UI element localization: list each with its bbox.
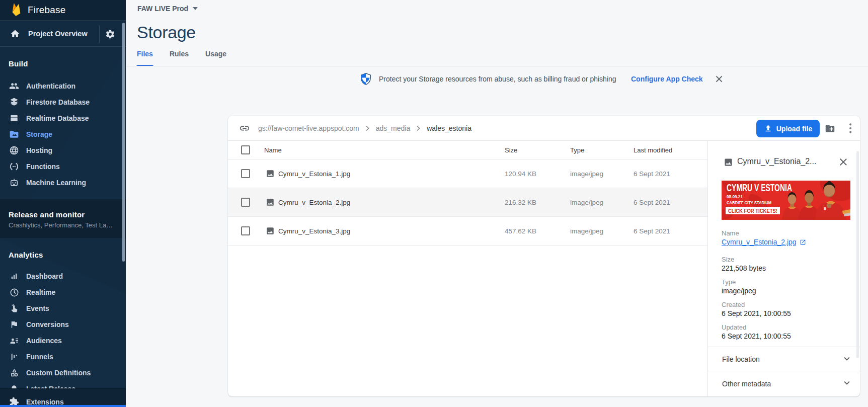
link-icon[interactable]	[239, 123, 250, 134]
file-size: 216.32 KB	[505, 188, 536, 217]
functions-icon	[9, 161, 19, 172]
breadcrumb: gs://faw-comet-live.appspot.com ads_medi…	[258, 124, 471, 132]
sidebar-item-label: Hosting	[26, 146, 52, 154]
sidebar-item-firestore[interactable]: Firestore Database	[0, 94, 125, 110]
brand-name: Firebase	[28, 5, 66, 16]
open-in-new-icon	[800, 239, 806, 246]
section-title-release-monitor[interactable]: Release and monitor	[9, 210, 85, 219]
firebase-brand[interactable]: Firebase	[0, 0, 126, 21]
details-scrollbar[interactable]	[856, 151, 859, 358]
breadcrumb-folder[interactable]: ads_media	[376, 124, 411, 132]
chevron-down-icon	[193, 7, 198, 10]
field-updated: Updated 6 Sept 2021, 10:00:55	[722, 323, 847, 341]
sidebar-item-dashboard[interactable]: Dashboard	[0, 268, 125, 284]
sidebar-item-label: Functions	[26, 162, 60, 171]
shield-icon	[361, 73, 371, 85]
project-overview-label: Project Overview	[28, 30, 88, 38]
table-row-selected[interactable]: Cymru_v_Estonia_2.jpg 216.32 KB image/jp…	[228, 188, 707, 217]
project-selector[interactable]: FAW LIVE Prod	[137, 5, 198, 13]
tab-bar: Files Rules Usage	[137, 50, 226, 66]
bell-icon	[9, 384, 19, 388]
sidebar-item-functions[interactable]: Functions	[0, 158, 125, 175]
svg-text:CARDIFF CITY STADIUM: CARDIFF CITY STADIUM	[727, 200, 771, 205]
file-name: Cymru_v_Estonia_1.jpg	[278, 159, 350, 188]
row-checkbox[interactable]	[241, 226, 250, 235]
sidebar-item-realtime[interactable]: Realtime	[0, 284, 125, 300]
svg-text:CLICK FOR TICKETS!: CLICK FOR TICKETS!	[728, 208, 777, 214]
tab-usage[interactable]: Usage	[205, 50, 226, 66]
tab-rules[interactable]: Rules	[170, 50, 189, 66]
file-name-link[interactable]: Cymru_v_Estonia_2.jpg	[722, 238, 797, 246]
file-type: image/jpeg	[570, 159, 603, 188]
banner-message: Protect your Storage resources from abus…	[379, 71, 616, 87]
file-location-expander[interactable]: File location	[708, 347, 860, 371]
sidebar-item-events[interactable]: Events	[0, 300, 125, 316]
file-name: Cymru_v_Estonia_2.jpg	[278, 188, 350, 217]
image-file-icon	[724, 157, 733, 167]
section-title-analytics: Analytics	[9, 251, 43, 259]
row-checkbox[interactable]	[241, 198, 250, 207]
chevron-down-icon	[844, 357, 850, 361]
bucket-toolbar: gs://faw-comet-live.appspot.com ads_medi…	[228, 116, 860, 141]
details-fields: Name Cymru_v_Estonia_2.jpg Size 221,508 …	[722, 229, 847, 346]
shapes-icon	[9, 368, 19, 378]
clock-icon	[9, 287, 19, 297]
sidebar-item-audiences[interactable]: Audiences	[0, 333, 125, 349]
file-preview-image[interactable]: CYMRU V ESTONIA 08.09.21 CARDIFF CITY ST…	[722, 181, 850, 220]
file-size: 120.94 KB	[505, 159, 536, 188]
sidebar-item-label: Events	[26, 304, 49, 312]
gear-icon[interactable]	[105, 29, 115, 39]
image-file-icon	[266, 169, 275, 178]
field-type: Type image/jpeg	[722, 278, 847, 296]
upload-file-button[interactable]: Upload file	[756, 120, 820, 137]
table-row[interactable]: Cymru_v_Estonia_1.jpg 120.94 KB image/jp…	[228, 159, 707, 188]
sidebar-item-extensions[interactable]: Extensions	[0, 388, 126, 407]
details-close-icon[interactable]	[839, 157, 848, 167]
app-check-banner: Protect your Storage resources from abus…	[0, 71, 868, 87]
tab-files[interactable]: Files	[137, 50, 153, 66]
sidebar-scrollbar[interactable]	[122, 23, 125, 262]
files-table: Name Size Type Last modified Cymru_v_Est…	[228, 141, 707, 396]
sidebar-item-label: Machine Learning	[26, 179, 86, 187]
table-header-row: Name Size Type Last modified	[228, 141, 707, 159]
sidebar-item-storage[interactable]: Storage	[0, 126, 125, 142]
audience-icon	[9, 336, 19, 346]
column-header-size[interactable]: Size	[505, 141, 517, 159]
configure-app-check-link[interactable]: Configure App Check	[631, 71, 703, 87]
select-all-checkbox[interactable]	[241, 145, 250, 154]
create-folder-icon[interactable]	[825, 123, 835, 134]
sidebar-bottom-accent	[0, 405, 126, 407]
file-type: image/jpeg	[570, 188, 603, 217]
sidebar-item-conversions[interactable]: Conversions	[0, 316, 125, 333]
touch-icon	[9, 303, 19, 313]
column-header-type[interactable]: Type	[570, 141, 584, 159]
chevron-down-icon	[844, 381, 850, 385]
row-checkbox[interactable]	[241, 169, 250, 178]
file-details-panel: Cymru_v_Estonia_2...	[707, 141, 860, 396]
firestore-icon	[9, 97, 19, 107]
globe-icon	[9, 145, 19, 155]
sidebar-item-label: Realtime	[26, 288, 55, 296]
home-icon	[10, 29, 20, 39]
column-header-name[interactable]: Name	[264, 141, 282, 159]
svg-text:CYMRU V ESTONIA: CYMRU V ESTONIA	[727, 182, 792, 193]
sidebar-item-custom-definitions[interactable]: Custom Definitions	[0, 365, 125, 381]
sidebar-item-machine-learning[interactable]: Machine Learning	[0, 175, 125, 191]
column-header-modified[interactable]: Last modified	[634, 141, 672, 159]
sidebar-item-label: Funnels	[26, 353, 53, 361]
storage-folder-icon	[9, 129, 19, 139]
sidebar-item-hosting[interactable]: Hosting	[0, 142, 125, 158]
sidebar-item-funnels[interactable]: Funnels	[0, 349, 125, 365]
chevron-right-icon	[365, 125, 370, 131]
banner-close-icon[interactable]	[715, 75, 723, 83]
breadcrumb-bucket[interactable]: gs://faw-comet-live.appspot.com	[258, 124, 359, 132]
table-row[interactable]: Cymru_v_Estonia_3.jpg 457.62 KB image/jp…	[228, 217, 707, 246]
other-metadata-expander[interactable]: Other metadata	[708, 371, 860, 396]
upload-icon	[764, 124, 772, 133]
breadcrumb-current-folder: wales_estonia	[427, 124, 471, 132]
firebase-logo-icon	[11, 3, 22, 17]
overflow-menu-icon[interactable]	[847, 122, 854, 134]
robot-icon	[9, 178, 19, 188]
file-size: 457.62 KB	[505, 217, 536, 246]
sidebar-item-realtime-database[interactable]: Realtime Database	[0, 110, 125, 126]
